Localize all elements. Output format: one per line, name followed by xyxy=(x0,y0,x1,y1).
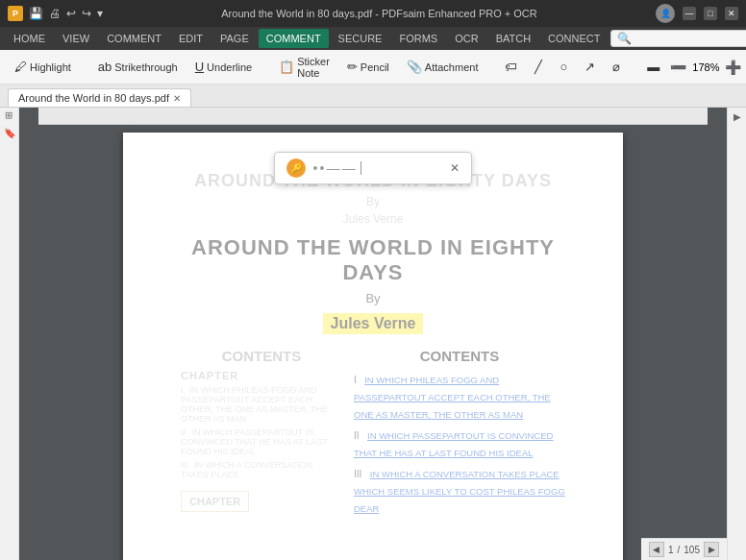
quick-access-toolbar: 💾 🖨 ↩ ↪ ▾ xyxy=(29,7,103,20)
redo-icon[interactable]: ↪ xyxy=(82,7,91,20)
minimize-button[interactable]: — xyxy=(683,7,696,20)
attachment-tool[interactable]: 📎 Attachment xyxy=(400,56,485,78)
main-area: ⊞ 🔖 🔑 ••—— ✕ xyxy=(0,108,746,560)
sidebar-thumbnails-icon[interactable]: ⊞ xyxy=(4,111,14,119)
tab-bar: Around the World in 80 days.pdf ✕ xyxy=(0,85,746,108)
page-separator: / xyxy=(678,545,681,555)
tab-close-button[interactable]: ✕ xyxy=(173,93,181,104)
tab-pdf[interactable]: Around the World in 80 days.pdf ✕ xyxy=(8,88,191,107)
user-avatar[interactable]: 👤 xyxy=(656,4,675,23)
close-button[interactable]: ✕ xyxy=(725,7,738,20)
save-icon[interactable]: 💾 xyxy=(29,7,43,20)
arrow-tool[interactable]: ↗ xyxy=(578,56,602,78)
next-page-button[interactable]: ▶ xyxy=(704,542,719,557)
print-icon[interactable]: 🖨 xyxy=(49,7,61,20)
right-sidebar-icon[interactable]: ▶ xyxy=(734,111,741,122)
search-input[interactable] xyxy=(635,33,747,44)
menu-comment-active[interactable]: COMMENT xyxy=(259,29,329,48)
strikethrough-icon: ab xyxy=(98,60,112,74)
stamp-tool[interactable]: 🏷 xyxy=(498,56,524,78)
menu-home[interactable]: HOME xyxy=(6,29,53,48)
password-input[interactable] xyxy=(365,161,442,175)
pencil-label: Pencil xyxy=(361,61,389,73)
measure-tool[interactable]: ⌀ xyxy=(606,56,627,78)
pdf-viewer: 🔑 ••—— ✕ AROUND THE WORLD IN EIGHTY DAYS… xyxy=(19,108,727,560)
left-sidebar: ⊞ 🔖 xyxy=(0,108,19,560)
page-nav: ◀ 1 / 105 ▶ xyxy=(649,542,719,557)
zoom-out-icon[interactable]: ➖ xyxy=(670,60,686,75)
zoom-level: 178% xyxy=(692,61,719,73)
shape-tool[interactable]: ○ xyxy=(553,56,574,78)
page-current: 1 xyxy=(668,545,674,555)
sticker-note-icon: 📋 xyxy=(279,60,294,74)
window-title: Around the World in 80 days.pdf - PDFsai… xyxy=(103,8,656,19)
undo-icon[interactable]: ↩ xyxy=(66,7,76,20)
redact-tool[interactable]: ▬ xyxy=(640,56,666,78)
password-overlay: 🔑 ••—— ✕ xyxy=(123,133,623,560)
highlight-icon: 🖊 xyxy=(14,60,27,74)
menu-forms[interactable]: FORMS xyxy=(391,29,445,48)
ruler-marks xyxy=(38,108,708,124)
page-total: 105 xyxy=(684,545,700,555)
shape-icon: ○ xyxy=(560,60,567,74)
strikethrough-tool[interactable]: ab Strikethrough xyxy=(91,56,185,78)
maximize-button[interactable]: □ xyxy=(704,7,717,20)
menu-connect[interactable]: CONNECT xyxy=(540,29,608,48)
annotation-toolbar: 🖊 Highlight ab Strikethrough U Underline… xyxy=(0,50,746,85)
prev-page-button[interactable]: ◀ xyxy=(649,542,664,557)
menu-batch[interactable]: BATCH xyxy=(488,29,538,48)
ruler xyxy=(38,108,708,125)
menu-view[interactable]: VIEW xyxy=(55,29,97,48)
menu-ocr[interactable]: OCR xyxy=(447,29,485,48)
title-bar-right: 👤 — □ ✕ xyxy=(656,4,738,23)
highlight-label: Highlight xyxy=(30,61,71,73)
tab-label: Around the World in 80 days.pdf xyxy=(18,92,169,104)
menu-secure[interactable]: SECURE xyxy=(331,29,390,48)
pdf-page: 🔑 ••—— ✕ AROUND THE WORLD IN EIGHTY DAYS… xyxy=(123,133,623,560)
stamp-icon: 🏷 xyxy=(505,60,517,74)
search-bar: 🔍 xyxy=(610,30,747,47)
strikethrough-label: Strikethrough xyxy=(114,61,177,73)
password-dialog: 🔑 ••—— ✕ xyxy=(274,152,473,184)
redact-icon: ▬ xyxy=(647,60,659,74)
password-icon: 🔑 xyxy=(286,158,306,178)
attachment-label: Attachment xyxy=(425,61,479,73)
menu-edit[interactable]: EDIT xyxy=(171,29,211,48)
attachment-icon: 📎 xyxy=(407,60,422,74)
underline-tool[interactable]: U Underline xyxy=(188,56,259,78)
password-dialog-close[interactable]: ✕ xyxy=(450,161,460,175)
search-icon[interactable]: 🔍 xyxy=(617,32,632,45)
underline-icon: U xyxy=(195,60,204,74)
title-bar: P 💾 🖨 ↩ ↪ ▾ Around the World in 80 days.… xyxy=(0,0,746,27)
menu-bar: HOME VIEW COMMENT EDIT PAGE COMMENT SECU… xyxy=(0,27,746,50)
sticker-note-label: Sticker Note xyxy=(297,56,330,79)
menu-right: 🔍 ? ⚙ xyxy=(610,30,747,47)
measure-icon: ⌀ xyxy=(612,60,620,74)
sidebar-bookmarks-icon[interactable]: 🔖 xyxy=(4,127,14,138)
menu-page[interactable]: PAGE xyxy=(212,29,257,48)
highlight-tool[interactable]: 🖊 Highlight xyxy=(8,56,78,78)
right-sidebar: ▶ xyxy=(727,108,746,560)
password-line: ••—— xyxy=(313,160,443,176)
underline-label: Underline xyxy=(207,61,252,73)
pwd-separator xyxy=(361,161,361,175)
draw-line-tool[interactable]: ╱ xyxy=(528,56,549,78)
title-bar-left: P 💾 🖨 ↩ ↪ ▾ xyxy=(8,6,103,21)
sticker-note-tool[interactable]: 📋 Sticker Note xyxy=(272,52,336,83)
zoom-in-icon[interactable]: ➕ xyxy=(725,60,741,75)
menu-comment[interactable]: COMMENT xyxy=(99,29,169,48)
pencil-icon: ✏ xyxy=(347,60,358,74)
app-icon: P xyxy=(8,6,23,21)
pencil-tool[interactable]: ✏ Pencil xyxy=(340,56,396,78)
password-dots: ••—— xyxy=(313,160,358,176)
bottom-bar: ◀ 1 / 105 ▶ xyxy=(641,538,727,560)
arrow-icon: ↗ xyxy=(584,60,595,74)
line-icon: ╱ xyxy=(535,60,542,74)
